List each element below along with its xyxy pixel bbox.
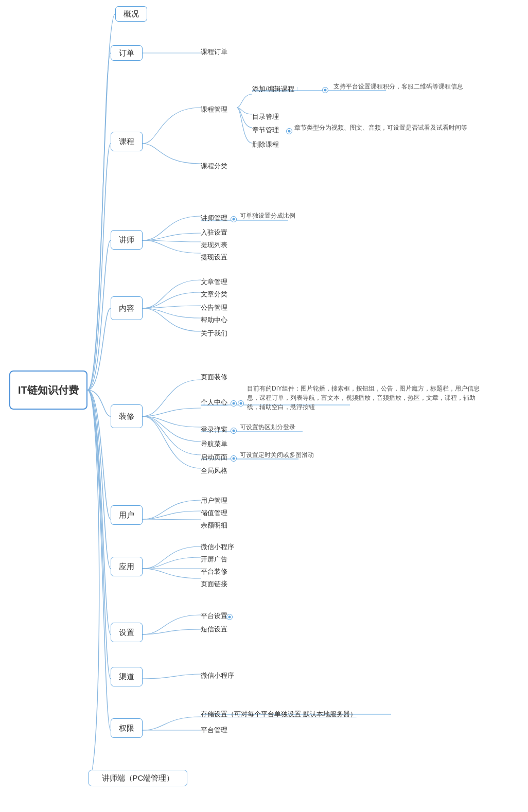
leaf-tixiansz: 提现设置 (201, 253, 227, 262)
leaf-wenzhang: 文章管理 (201, 277, 227, 287)
circle-icon-1 (322, 85, 330, 93)
leaf-kaipingad: 开屏广告 (201, 555, 227, 564)
leaf-gerenzx: 个人中心 (201, 398, 227, 407)
leaf-pingtaisz: 平台设置 (201, 611, 227, 621)
leaf-pingtaizzx: 平台装修 (201, 567, 227, 576)
branch-neirong: 内容 (111, 296, 143, 320)
circle-icon-7 (226, 612, 234, 620)
leaf-wenzhangfl: 文章分类 (201, 290, 227, 299)
leaf-duanxin: 短信设置 (201, 625, 227, 634)
circle-icon-6 (231, 454, 238, 462)
branch-dingdan: 订单 (111, 45, 143, 61)
branch-qudao: 渠道 (111, 667, 143, 686)
circle-icon-4b (238, 399, 245, 407)
leaf-kechengdingdan: 课程订单 (201, 47, 227, 57)
branch-shezhi: 设置 (111, 623, 143, 642)
leaf-weixinqd: 微信小程序 (201, 671, 234, 680)
ann-zhangjie: 章节类型分为视频、图文、音频，可设置是否试看及试看时间等 (294, 123, 467, 132)
ann-tianjia: 支持平台设置课程积分，客服二维码等课程信息 (333, 82, 463, 91)
circle-icon-2 (286, 127, 294, 134)
leaf-denglubc: 登录弹窗 (201, 425, 227, 434)
circle-icon-3 (231, 215, 238, 222)
branch-zhuangxiu: 装修 (111, 404, 143, 428)
ann-gerenzx: 目前有的DIY组件：图片轮播，搜索框，按钮组，公告，图片魔方，标题栏，用户信息 … (247, 384, 480, 412)
leaf-bangzhu: 帮助中心 (201, 315, 227, 325)
leaf-guanyu: 关于我们 (201, 329, 227, 338)
leaf-cunchu: 存储设置（可对每个平台单独设置 默认本地服务器） (201, 710, 357, 719)
leaf-daohang: 导航菜单 (201, 439, 227, 449)
leaf-weixinxcx: 微信小程序 (201, 542, 234, 552)
center-node: IT链知识付费 (9, 370, 87, 410)
leaf-yonghug: 用户管理 (201, 496, 227, 505)
branch-yingyong: 应用 (111, 557, 143, 576)
leaf-tianjiakc: 添加/编辑课程 (252, 84, 294, 94)
leaf-yue: 余额明细 (201, 521, 227, 530)
circle-icon-4 (231, 399, 238, 407)
leaf-chuzhi: 储值管理 (201, 508, 227, 518)
ann-denglu: 可设置热区划分登录 (240, 423, 295, 432)
center-label: IT链知识付费 (18, 383, 79, 397)
leaf-muluguanli: 目录管理 (252, 112, 279, 121)
ann-jianshi: 可单独设置分成比例 (240, 211, 295, 220)
branch-jianshi: 讲师 (111, 230, 143, 250)
leaf-yemianlink: 页面链接 (201, 579, 227, 589)
leaf-ruzhi: 入驻设置 (201, 228, 227, 237)
leaf-pingtaig: 平台管理 (201, 726, 227, 735)
branch-yonghu: 用户 (111, 505, 143, 525)
circle-icon-5 (231, 426, 238, 434)
leaf-yemian: 页面装修 (201, 373, 227, 382)
leaf-kechengguanli: 课程管理 (201, 105, 227, 114)
leaf-kechengfenlei: 课程分类 (201, 162, 227, 171)
leaf-tixianlb: 提现列表 (201, 240, 227, 250)
ann-qidong: 可设置定时关闭或多图滑动 (240, 451, 314, 460)
branch-quanxian: 权限 (111, 718, 143, 738)
leaf-quanju: 全局风格 (201, 466, 227, 475)
branch-jianshipc: 讲师端（PC端管理） (89, 770, 187, 786)
leaf-gonggao: 公告管理 (201, 303, 227, 312)
leaf-shanchukc: 删除课程 (252, 140, 279, 149)
leaf-zhangjieguan: 章节管理 (252, 126, 279, 135)
leaf-jianshiguanli: 讲师管理 (201, 214, 227, 223)
leaf-qidong: 启动页面 (201, 453, 227, 462)
branch-kecheng: 课程 (111, 132, 143, 151)
mind-map: IT链知识付费 概况 订单 课程 讲师 内容 装修 用户 应用 设置 渠道 权限… (0, 0, 528, 812)
branch-gaik: 概况 (115, 6, 147, 22)
